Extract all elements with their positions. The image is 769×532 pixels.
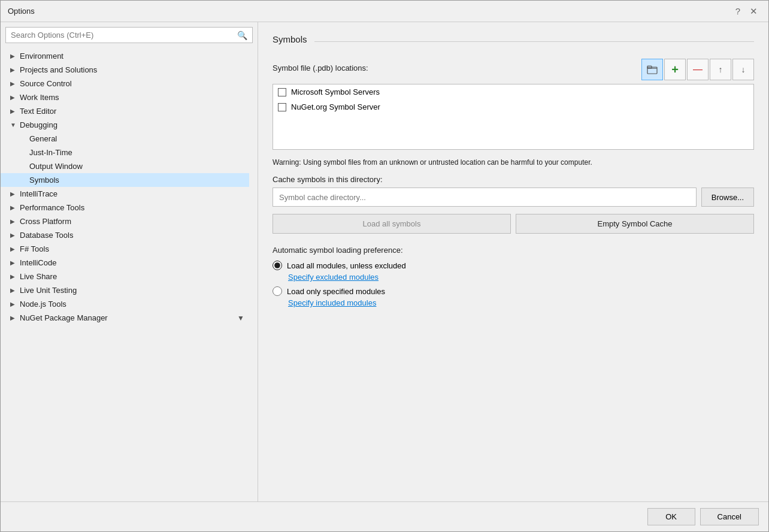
right-panel: Symbols Symbol file (.pdb) locations: + (258, 22, 768, 501)
chevron-right-icon: ▶ (10, 53, 17, 59)
search-wrapper: 🔍 (5, 27, 253, 43)
title-bar-buttons: ? ✕ (732, 5, 761, 17)
sidebar-item-live-share[interactable]: ▶ Live Share (1, 270, 249, 283)
sidebar-item-label: Work Items (20, 93, 59, 102)
sidebar-item-label: Just-In-Time (29, 148, 72, 157)
sidebar-item-label: IntelliCode (20, 258, 56, 267)
specify-excluded-link[interactable]: Specify excluded modules (288, 273, 754, 282)
list-item: Microsoft Symbol Servers (273, 84, 753, 99)
content-area: 🔍 ▶ Environment ▶ Projects and Solutions (1, 22, 768, 501)
search-input[interactable] (6, 28, 232, 43)
chevron-down-icon: ▼ (10, 122, 17, 128)
sidebar-item-label: Node.js Tools (20, 300, 66, 309)
dialog-footer: OK Cancel (1, 501, 768, 531)
dialog-title: Options (8, 7, 35, 16)
title-bar: Options ? ✕ (1, 1, 768, 22)
sidebar-item-nuget[interactable]: ▶ NuGet Package Manager ▼ (1, 311, 249, 325)
options-dialog: Options ? ✕ 🔍 ▶ Environment (0, 0, 769, 532)
ok-button[interactable]: OK (647, 508, 695, 525)
sidebar-item-general[interactable]: General (1, 132, 249, 146)
empty-symbol-cache-button[interactable]: Empty Symbol Cache (516, 214, 754, 234)
chevron-right-icon: ▶ (10, 287, 17, 294)
chevron-right-icon: ▶ (10, 94, 17, 101)
load-only-radio[interactable] (273, 286, 282, 296)
sidebar-item-environment[interactable]: ▶ Environment (1, 49, 249, 63)
sidebar-item-text-editor[interactable]: ▶ Text Editor (1, 104, 249, 118)
nuget-server-checkbox[interactable] (278, 103, 286, 111)
pdb-list: Microsoft Symbol Servers NuGet.org Symbo… (273, 84, 754, 150)
sidebar-item-label: Live Unit Testing (20, 286, 77, 295)
panel-title: Symbols (273, 34, 307, 49)
left-panel: 🔍 ▶ Environment ▶ Projects and Solutions (1, 22, 258, 501)
sidebar-item-output-window[interactable]: Output Window (1, 159, 249, 173)
sidebar-item-label: Debugging (20, 120, 57, 129)
sidebar-item-just-in-time[interactable]: Just-In-Time (1, 146, 249, 159)
tree-container: ▶ Environment ▶ Projects and Solutions ▶… (1, 48, 258, 501)
chevron-right-icon: ▶ (10, 218, 17, 225)
up-toolbar-button[interactable]: ↑ (710, 59, 731, 80)
sidebar-item-label: General (29, 134, 57, 143)
load-all-radio-label: Load all modules, unless excluded (287, 261, 406, 270)
sidebar-item-live-unit-testing[interactable]: ▶ Live Unit Testing (1, 283, 249, 297)
sidebar-item-label: Projects and Solutions (20, 65, 97, 74)
sidebar-item-performance-tools[interactable]: ▶ Performance Tools (1, 201, 249, 214)
sidebar-item-symbols[interactable]: Symbols (1, 173, 249, 187)
chevron-right-icon: ▶ (10, 273, 17, 280)
sidebar-item-projects-solutions[interactable]: ▶ Projects and Solutions (1, 63, 249, 77)
nuget-server-label: NuGet.org Symbol Server (291, 102, 380, 111)
browse-button[interactable]: Browse... (701, 188, 754, 207)
sidebar-item-intellitrace[interactable]: ▶ IntelliTrace (1, 187, 249, 201)
sidebar-item-debugging[interactable]: ▼ Debugging (1, 118, 249, 132)
cancel-button[interactable]: Cancel (700, 508, 759, 525)
chevron-right-icon: ▶ (10, 66, 17, 73)
chevron-right-icon: ▶ (10, 204, 17, 211)
action-row: Load all symbols Empty Symbol Cache (273, 214, 754, 234)
sidebar-item-intellicode[interactable]: ▶ IntelliCode (1, 256, 249, 270)
chevron-right-icon: ▶ (10, 80, 17, 87)
close-button[interactable]: ✕ (746, 5, 761, 17)
sidebar-item-nodejs-tools[interactable]: ▶ Node.js Tools (1, 297, 249, 311)
cache-directory-input[interactable] (273, 188, 697, 207)
sidebar-item-label: F# Tools (20, 244, 49, 253)
warning-text: Warning: Using symbol files from an unkn… (273, 157, 754, 168)
microsoft-servers-checkbox[interactable] (278, 88, 286, 96)
search-icon-button[interactable]: 🔍 (232, 28, 252, 43)
search-box: 🔍 (1, 22, 258, 48)
sidebar-item-label: Cross Platform (20, 217, 71, 226)
sidebar-item-work-items[interactable]: ▶ Work Items (1, 90, 249, 104)
add-toolbar-button[interactable]: + (664, 59, 686, 80)
list-item: NuGet.org Symbol Server (273, 99, 753, 114)
sidebar-item-label: IntelliTrace (20, 189, 57, 198)
sidebar-item-label: Live Share (20, 272, 57, 281)
sidebar-item-label: Database Tools (20, 231, 73, 240)
chevron-right-icon: ▶ (10, 315, 17, 321)
sidebar-item-label: Environment (20, 52, 63, 61)
cache-row: Browse... (273, 188, 754, 207)
load-all-symbols-button[interactable]: Load all symbols (273, 214, 511, 234)
pref-label: Automatic symbol loading preference: (273, 246, 754, 255)
remove-toolbar-button[interactable]: — (687, 59, 709, 80)
load-all-radio[interactable] (273, 261, 282, 270)
chevron-right-icon: ▶ (10, 108, 17, 114)
help-button[interactable]: ? (732, 5, 744, 17)
chevron-right-icon: ▶ (10, 301, 17, 307)
sidebar-item-label: NuGet Package Manager (20, 313, 108, 322)
sidebar-item-cross-platform[interactable]: ▶ Cross Platform (1, 214, 249, 228)
cache-label: Cache symbols in this directory: (273, 175, 754, 184)
chevron-right-icon: ▶ (10, 259, 17, 266)
sidebar-item-database-tools[interactable]: ▶ Database Tools (1, 228, 249, 242)
specify-included-link[interactable]: Specify included modules (288, 298, 754, 307)
folder-toolbar-button[interactable] (641, 59, 663, 80)
chevron-right-icon: ▶ (10, 246, 17, 252)
load-only-radio-label: Load only specified modules (287, 287, 385, 296)
chevron-right-icon: ▶ (10, 232, 17, 238)
tree-list: ▶ Environment ▶ Projects and Solutions ▶… (1, 48, 258, 326)
sidebar-item-label: Text Editor (20, 107, 56, 116)
sidebar-item-source-control[interactable]: ▶ Source Control (1, 77, 249, 90)
pdb-label: Symbol file (.pdb) locations: (273, 64, 368, 72)
sidebar-item-label: Output Window (29, 162, 83, 171)
sidebar-item-fsharp-tools[interactable]: ▶ F# Tools (1, 242, 249, 256)
down-toolbar-button[interactable]: ↓ (732, 59, 754, 80)
sidebar-item-label: Performance Tools (20, 203, 84, 212)
microsoft-servers-label: Microsoft Symbol Servers (291, 87, 380, 96)
